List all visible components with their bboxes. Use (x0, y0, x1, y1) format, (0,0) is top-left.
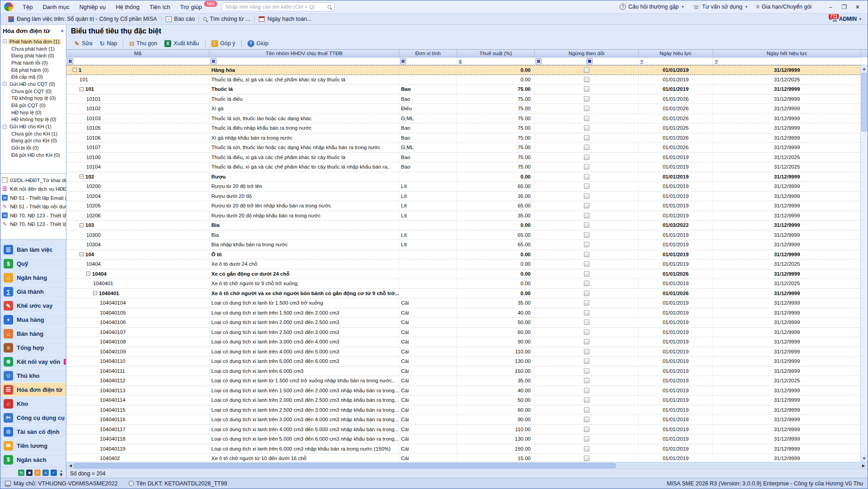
stop-tracking-cell[interactable] (535, 162, 639, 172)
name-cell[interactable]: Rượu dưới 20 độ (210, 192, 399, 201)
module-item[interactable]: ⌂Kho (0, 397, 66, 411)
stop-tracking-cell[interactable] (535, 123, 639, 133)
effective-date-cell[interactable]: 01/01/2019 (639, 347, 713, 357)
rate-cell[interactable]: 40.00 (457, 308, 535, 318)
stop-tracking-cell[interactable] (535, 182, 639, 191)
effective-date-cell[interactable]: 01/01/2019 (639, 386, 713, 395)
table-row[interactable]: 104040107Loại có dung tích xi lanh trên … (66, 328, 860, 338)
filter-cell[interactable] (66, 57, 210, 65)
collapse-box-icon[interactable]: − (93, 291, 97, 295)
effective-date-cell[interactable]: 01/01/2019 (639, 308, 713, 318)
expiry-date-cell[interactable]: 31/12/9999 (713, 201, 860, 211)
effective-date-cell[interactable]: 01/01/2019 (639, 153, 713, 162)
expiry-date-cell[interactable]: 31/12/9999 (713, 192, 860, 201)
module-item[interactable]: ⌂Bán hàng (0, 327, 66, 341)
name-cell[interactable]: Xì gà (210, 104, 399, 113)
table-row[interactable]: 10101Thuốc lá điếuBao75.0001/01/202631/1… (66, 94, 860, 104)
effective-date-cell[interactable]: 01/01/2019 (639, 172, 713, 182)
horizontal-scrollbar[interactable]: ◀ ▶ (66, 462, 868, 469)
module-item[interactable]: ∑Giá thành (0, 285, 66, 299)
stop-tracking-checkbox[interactable] (584, 281, 589, 286)
menu-item[interactable]: Tiện ích (145, 2, 175, 12)
filter-cell[interactable]: = (639, 57, 713, 65)
unit-cell[interactable]: Lít (399, 192, 457, 201)
name-cell[interactable]: Thuốc lá (210, 85, 399, 94)
feature-search-input[interactable]: Nhập tính năng cần tìm kiếm (Ctrl + Q) (222, 2, 335, 11)
table-row[interactable]: −1040401Xe ô tô chở người và xe chở ngườ… (66, 289, 860, 299)
table-row[interactable]: 101Thuốc lá điếu, xì gà và các chế phẩm … (66, 75, 860, 85)
expiry-date-cell[interactable]: 31/12/9999 (713, 337, 860, 347)
rate-cell[interactable]: 0.00 (457, 250, 535, 259)
code-cell[interactable]: 104040111 (66, 367, 210, 376)
collapse-box-icon[interactable]: − (73, 68, 77, 72)
rate-cell[interactable]: 35.00 (457, 192, 535, 201)
filter-button[interactable] (67, 58, 73, 64)
module-item[interactable]: $Quỹ (0, 257, 66, 271)
effective-date-cell[interactable]: 01/01/2026 (639, 123, 713, 133)
code-cell[interactable]: 10200 (66, 182, 210, 191)
column-header[interactable]: Tên nhóm HHDV chịu thuế TTĐB (210, 50, 399, 57)
toolbar-button[interactable]: XXuất khẩu (161, 39, 202, 48)
working-on-button[interactable]: Đang làm việc trên: Sổ quản trị - Công t… (4, 16, 161, 22)
unit-cell[interactable]: Bao (399, 162, 457, 172)
rate-cell[interactable]: 40.00 (457, 386, 535, 395)
unit-cell[interactable] (399, 269, 457, 279)
stop-tracking-cell[interactable] (535, 143, 639, 152)
effective-date-cell[interactable]: 01/01/2026 (639, 289, 713, 298)
rate-cell[interactable]: 65.00 (457, 182, 535, 191)
effective-date-cell[interactable]: 01/01/2019 (639, 415, 713, 424)
unit-cell[interactable]: Lít (399, 211, 457, 221)
stop-tracking-checkbox[interactable] (584, 388, 589, 393)
stop-tracking-cell[interactable] (535, 444, 639, 454)
unit-cell[interactable]: G;ML (399, 114, 457, 123)
code-cell[interactable]: −103 (66, 221, 210, 230)
unit-cell[interactable] (399, 289, 457, 298)
effective-date-cell[interactable]: 01/01/2019 (639, 405, 713, 415)
tree-item[interactable]: Chưa phát hành (1) (0, 45, 66, 52)
effective-date-cell[interactable]: 01/01/2019 (639, 182, 713, 191)
unit-cell[interactable]: Cái (399, 434, 457, 444)
name-cell[interactable]: Xì gà nhập khẩu bán ra trong nước (210, 133, 399, 143)
close-button[interactable]: ✕ (851, 2, 864, 12)
module-item[interactable]: $Ngân sách (0, 453, 66, 467)
rate-cell[interactable]: 0.00 (457, 221, 535, 230)
stop-tracking-cell[interactable] (535, 289, 639, 298)
collapse-box-icon[interactable]: − (79, 87, 84, 91)
stop-tracking-checkbox[interactable] (584, 145, 589, 150)
table-row[interactable]: 104040112Loại có dung tích xi lanh từ 1.… (66, 376, 860, 386)
name-cell[interactable]: Loại có dung tích xi lanh trên 2.500 cm3… (210, 328, 399, 337)
table-row[interactable]: −1Hàng hóa0.0001/01/201931/12/9999 (66, 65, 860, 75)
effective-date-cell[interactable]: 01/01/2019 (639, 367, 713, 376)
expiry-date-cell[interactable]: 31/12/9999 (713, 395, 860, 405)
expiry-date-cell[interactable]: 31/12/9999 (713, 94, 860, 104)
stop-tracking-cell[interactable] (535, 104, 639, 113)
tree-item[interactable]: Phát hành lỗi (0) (0, 59, 66, 66)
rate-cell[interactable]: 0.00 (457, 279, 535, 288)
name-cell[interactable]: Loại có dung tích xi lanh từ 1.500 cm3 t… (210, 376, 399, 386)
table-row[interactable]: 104040111Loại có dung tích xi lanh trên … (66, 367, 860, 376)
tree-item[interactable]: Đã phát hành (0) (0, 66, 66, 74)
rate-cell[interactable]: 150.00 (457, 367, 535, 376)
machine-icon[interactable]: ≡ (42, 470, 49, 476)
table-row[interactable]: 10106Xì gà nhập khẩu bán ra trong nướcBa… (66, 133, 860, 143)
expiry-date-cell[interactable]: 31/12/9999 (713, 289, 860, 298)
excel-percent-icon[interactable]: % (18, 470, 24, 476)
unit-cell[interactable]: Bao (399, 153, 457, 162)
code-cell[interactable]: 104040116 (66, 415, 210, 424)
table-row[interactable]: 104040108Loại có dung tích xi lanh trên … (66, 337, 860, 347)
stop-tracking-checkbox[interactable] (584, 106, 589, 111)
stop-tracking-cell[interactable] (535, 114, 639, 123)
menu-item[interactable]: Danh mục (37, 2, 74, 12)
tree-item[interactable]: HĐ hợp lệ (0) (0, 109, 66, 116)
tree-item[interactable]: Đang gửi cho KH (0) (0, 137, 66, 145)
unit-cell[interactable]: Bao (399, 123, 457, 133)
effective-date-cell[interactable]: 01/01/2019 (639, 211, 713, 221)
table-row[interactable]: −103Bia0.0001/03/202231/12/9999 (66, 221, 860, 230)
expiry-date-cell[interactable]: 31/12/2025 (713, 279, 860, 288)
rate-cell[interactable]: 130.00 (457, 434, 535, 444)
effective-date-cell[interactable]: 01/01/2019 (639, 425, 713, 434)
code-cell[interactable]: 104040114 (66, 395, 210, 405)
expiry-date-cell[interactable]: 31/12/9999 (713, 66, 860, 75)
table-row[interactable]: 104040116Loại có dung tích xi lanh trên … (66, 415, 860, 425)
module-item[interactable]: ✎Khế ước vay (0, 299, 66, 313)
